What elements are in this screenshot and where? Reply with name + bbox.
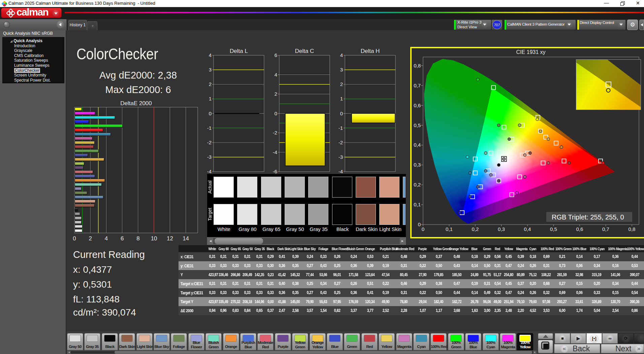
svg-text:0,4: 0,4 <box>414 142 421 148</box>
svg-text:0,7: 0,7 <box>602 226 609 232</box>
svg-text:0,8: 0,8 <box>414 63 421 68</box>
svg-text:1: 1 <box>340 96 343 101</box>
svg-text:-4: -4 <box>207 169 212 174</box>
svg-text:0,1: 0,1 <box>414 202 421 207</box>
svg-text:0,8: 0,8 <box>629 226 636 232</box>
svg-text:Delta L: Delta L <box>230 48 248 54</box>
svg-text:-6: -6 <box>273 169 277 174</box>
svg-text:0,2: 0,2 <box>414 182 421 187</box>
svg-text:RGB Triplet: 255, 255, 0: RGB Triplet: 255, 255, 0 <box>552 213 624 221</box>
svg-text:CIE 1931 xy: CIE 1931 xy <box>516 49 545 55</box>
svg-text:-2: -2 <box>339 140 343 145</box>
svg-text:10: 10 <box>151 235 157 242</box>
svg-text:0: 0 <box>422 226 424 232</box>
svg-text:0,2: 0,2 <box>472 226 479 232</box>
svg-text:-3: -3 <box>207 154 212 160</box>
svg-text:0,4: 0,4 <box>524 226 531 232</box>
svg-text:0,5: 0,5 <box>414 122 421 128</box>
svg-text:3: 3 <box>209 67 212 72</box>
svg-text:6: 6 <box>121 235 124 242</box>
svg-text:0,6: 0,6 <box>576 226 583 232</box>
svg-text:14: 14 <box>183 235 189 242</box>
svg-text:-1: -1 <box>339 125 343 131</box>
svg-text:0,3: 0,3 <box>414 162 421 168</box>
svg-text:2: 2 <box>209 81 212 87</box>
svg-text:4: 4 <box>275 72 277 78</box>
svg-text:0: 0 <box>418 222 421 227</box>
svg-text:0: 0 <box>340 111 343 116</box>
svg-text:0,6: 0,6 <box>414 102 421 108</box>
svg-text:-2: -2 <box>207 140 212 145</box>
svg-text:4: 4 <box>105 235 108 242</box>
svg-text:0,5: 0,5 <box>550 226 557 232</box>
svg-text:2: 2 <box>340 81 343 87</box>
svg-text:Delta C: Delta C <box>295 48 314 54</box>
svg-text:0,7: 0,7 <box>414 83 421 88</box>
svg-text:0,3: 0,3 <box>498 226 505 232</box>
svg-text:DeltaE 2000: DeltaE 2000 <box>120 100 152 107</box>
svg-text:-1: -1 <box>207 125 212 131</box>
svg-text:4: 4 <box>209 52 212 58</box>
svg-text:2: 2 <box>275 91 277 97</box>
svg-text:Delta H: Delta H <box>361 48 380 54</box>
svg-text:-2: -2 <box>273 130 277 136</box>
svg-text:1: 1 <box>209 96 212 101</box>
svg-text:0,1: 0,1 <box>446 226 453 232</box>
svg-text:4: 4 <box>340 52 343 58</box>
svg-text:0: 0 <box>209 111 212 116</box>
svg-text:0: 0 <box>275 111 277 116</box>
svg-text:2: 2 <box>89 235 92 242</box>
svg-text:-4: -4 <box>273 149 277 155</box>
svg-text:-4: -4 <box>339 169 343 174</box>
svg-text:8: 8 <box>136 235 139 242</box>
svg-text:6: 6 <box>275 52 277 58</box>
svg-text:-3: -3 <box>339 154 343 160</box>
svg-text:0: 0 <box>73 235 76 242</box>
svg-text:12: 12 <box>167 235 173 242</box>
svg-text:3: 3 <box>340 67 343 72</box>
